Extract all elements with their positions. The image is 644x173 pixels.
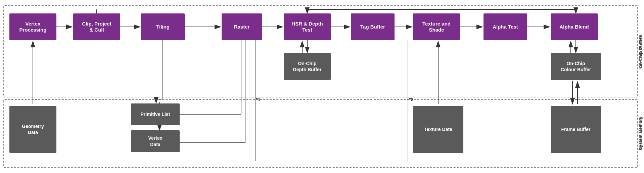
on-chip-colour-buffer-box: On-ChipColour Buffer [551,53,601,80]
hsr-depth-test-box: HSR & DepthTest [284,13,331,40]
note2-label: *2 [409,97,413,102]
pipeline-diagram: On-Chip Buffers System Memory [0,0,644,173]
primitive-list-box: Primitive List [131,103,180,125]
alpha-blend-box: Alpha Blend [551,13,598,40]
vertex-processing-box: Vertex Processing [9,13,56,40]
raster-box: Raster [222,13,262,40]
on-chip-depth-buffer-box: On-ChipDepth Buffer [284,53,331,80]
tag-buffer-box: Tag Buffer [351,13,395,40]
geometry-data-box: GeometryData [9,106,56,153]
tiling-box: Tiling [141,13,185,40]
clip-project-cull-box: Clip, Project& Cull [73,13,120,40]
texture-and-shade-box: Texture andShade [413,13,460,40]
frame-buffer-box: Frame Buffer [551,106,601,153]
alpha-test-box: Alpha Test [484,13,527,40]
system-memory-region [3,99,638,168]
note1-label: *1 [256,97,260,102]
texture-data-box: Texture Data [413,106,463,153]
on-chip-buffers-side-label: On-Chip Buffers [638,7,643,97]
vertex-data-box: VertexData [131,130,180,152]
system-memory-side-label: System Memory [638,100,643,167]
